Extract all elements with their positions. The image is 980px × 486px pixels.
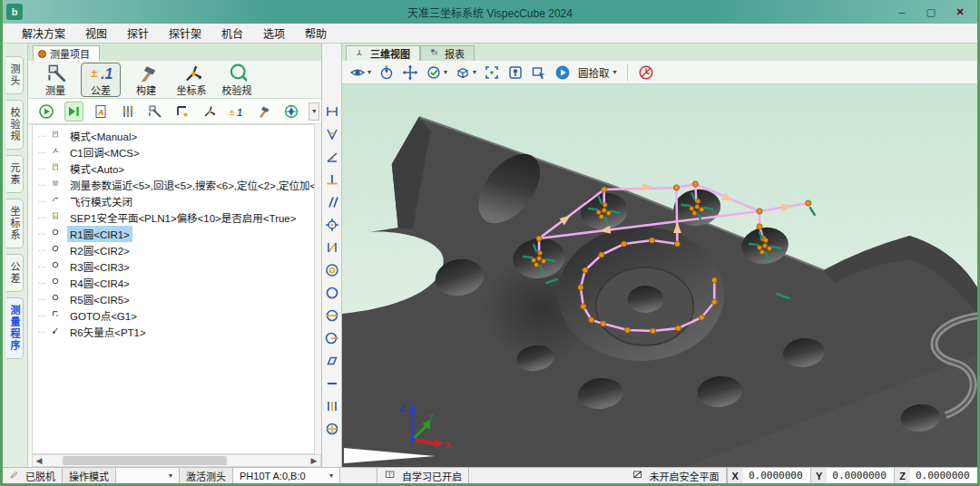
- gdt-angle-between-button[interactable]: [322, 124, 342, 144]
- gdt-concentricity-button[interactable]: [322, 260, 342, 280]
- tab-measure-project[interactable]: 测量项目: [33, 45, 100, 61]
- minimize-button[interactable]: –: [888, 3, 916, 21]
- tab-report[interactable]: 报表: [420, 45, 475, 61]
- tree-item[interactable]: ⋯R4圆<CIR4>: [38, 275, 314, 291]
- tolerance-small-button[interactable]: ±1: [228, 102, 247, 122]
- probe-compass-button[interactable]: [282, 102, 301, 122]
- gdt-straightness-button[interactable]: [322, 374, 342, 394]
- measure-params-button[interactable]: [119, 102, 138, 122]
- tree-connector: ⋯: [38, 180, 47, 190]
- tree-item[interactable]: ⋯R6矢量点<PT1>: [38, 324, 314, 340]
- gdt-angle-button[interactable]: [322, 147, 342, 167]
- tree-item[interactable]: ⋯R1圆<CIR1>: [38, 226, 314, 242]
- menu-help[interactable]: 帮助: [295, 24, 337, 43]
- gdt-symmetry-circle-button[interactable]: [322, 306, 342, 326]
- straightness-icon: [324, 375, 340, 392]
- tree-item[interactable]: ⋯测量参数逼近<5>,回退<5>,搜索<6>,定位<2>,定位加<2>,测量: [38, 177, 314, 193]
- cube-view-button[interactable]: ▾: [455, 64, 476, 81]
- tree-item[interactable]: ⋯GOTO点<G1>: [38, 307, 314, 324]
- render-style-button[interactable]: ▾: [426, 64, 447, 81]
- scroll-thumb[interactable]: [63, 456, 227, 465]
- orbit-button[interactable]: [378, 64, 395, 81]
- offline-status: 已脱机: [3, 468, 63, 483]
- active-probe-dropdown[interactable]: PH10T A:0,B:0▾: [233, 468, 340, 483]
- tree-item-label: 测量参数逼近<5>,回退<5>,搜索<6>,定位<2>,定位加<2>,测量: [67, 177, 315, 193]
- tree-vertical-scrollbar[interactable]: [315, 124, 321, 454]
- gdt-distance-button[interactable]: [322, 102, 342, 122]
- coord-z: Z0.0000000: [894, 468, 977, 483]
- plane-icon: [52, 212, 63, 223]
- view-eye-button[interactable]: ▾: [349, 64, 371, 81]
- ribbon-toolbar: 测量 ±.1 公差 构建 坐标系 校验规: [28, 61, 321, 99]
- gdt-symmetry-button[interactable]: [322, 396, 342, 416]
- side-tab-elements[interactable]: 元素: [6, 155, 24, 193]
- status-bar: 已脱机 操作模式 ▾ 激活测头 PH10T A:0,B:0▾ 自学习已开启 未开…: [3, 467, 977, 483]
- gdt-position-button[interactable]: [322, 215, 342, 235]
- symmetry-icon: [324, 398, 340, 414]
- menu-probe-rack[interactable]: 探针架: [159, 24, 211, 43]
- gdt-parallelism-button[interactable]: [322, 192, 342, 212]
- report-button[interactable]: A: [92, 102, 111, 122]
- tolerance-small-icon: ±1: [229, 103, 245, 120]
- scroll-left-arrow[interactable]: ◀: [33, 456, 45, 465]
- pan-button[interactable]: [402, 64, 418, 81]
- active-probe-label: 激活测头: [180, 468, 233, 483]
- tree-item-label: 飞行模式关闭: [67, 193, 135, 209]
- tree-item[interactable]: ⋯C1回调<MCS>: [38, 144, 314, 160]
- menu-options[interactable]: 选项: [253, 24, 295, 43]
- tree-item[interactable]: ⋯模式<Auto>: [38, 160, 314, 177]
- ribbon-construct-button[interactable]: 构建: [126, 63, 166, 97]
- tree-item[interactable]: ⋯模式<Manual>: [38, 128, 314, 144]
- gdt-position-alt-button[interactable]: [322, 419, 342, 439]
- maximize-button[interactable]: ▢: [917, 3, 945, 21]
- tree-connector: ⋯: [38, 311, 47, 320]
- step-run-button[interactable]: [64, 102, 83, 122]
- play-button[interactable]: [554, 64, 571, 81]
- gdt-flatness-button[interactable]: [322, 351, 342, 371]
- fly-icon: [52, 196, 63, 207]
- ribbon-measure-button[interactable]: 测量: [35, 63, 75, 97]
- side-tab-tolerance[interactable]: 公差: [6, 254, 24, 292]
- ribbon-tolerance-button[interactable]: ±.1 公差: [81, 63, 121, 97]
- gdt-circularity-button[interactable]: [322, 283, 342, 303]
- measure-small-button[interactable]: [146, 102, 165, 122]
- axis-label-y: Y: [429, 413, 435, 422]
- run-button[interactable]: [37, 102, 56, 122]
- fit-view-button[interactable]: [484, 64, 500, 81]
- menu-solution[interactable]: 解决方案: [12, 24, 75, 43]
- tree-item[interactable]: ⋯R5圆<CIR5>: [38, 291, 314, 307]
- coordsys-small-button[interactable]: [201, 102, 220, 122]
- tree-item[interactable]: ⋯R2圆<CIR2>: [38, 242, 314, 258]
- toolbar-overflow-button[interactable]: ▾: [309, 102, 319, 121]
- goto-button[interactable]: [173, 102, 192, 122]
- menu-probe[interactable]: 探针: [117, 24, 159, 43]
- side-tab-gauge[interactable]: 校验规: [6, 100, 24, 150]
- op-mode-dropdown[interactable]: ▾: [116, 468, 180, 483]
- tree-item-label: R3圆<CIR3>: [67, 258, 132, 275]
- ribbon-coordsys-button[interactable]: 坐标系: [172, 63, 211, 97]
- locate-button[interactable]: [507, 64, 524, 81]
- side-tab-coordsys[interactable]: 坐标系: [6, 199, 24, 248]
- close-button[interactable]: ✕: [946, 3, 974, 21]
- window-select-button[interactable]: [531, 64, 547, 81]
- svg-text:±: ±: [91, 66, 98, 80]
- tree-item[interactable]: ⋯SEP1安全平面<PLN1>偏移<10>是否启用<True>: [38, 209, 314, 226]
- ribbon-gauge-button[interactable]: 校验规: [217, 63, 257, 97]
- tree-item[interactable]: ⋯飞行模式关闭: [38, 193, 314, 209]
- scroll-right-arrow[interactable]: ▶: [308, 456, 320, 465]
- clip-plane-button[interactable]: [638, 64, 654, 81]
- side-tab-probe[interactable]: 测头: [6, 56, 24, 94]
- tab-3d-view[interactable]: 三维视图: [346, 45, 420, 61]
- menu-view[interactable]: 视图: [75, 24, 117, 43]
- gdt-angularity-button[interactable]: [322, 238, 342, 258]
- tree-horizontal-scrollbar[interactable]: ◀ ▶: [32, 454, 321, 467]
- construct-small-button[interactable]: [255, 102, 274, 122]
- menu-machine[interactable]: 机台: [211, 24, 253, 43]
- gdt-runout-button[interactable]: [322, 328, 342, 348]
- 3d-viewport[interactable]: Z Y X: [342, 84, 977, 467]
- circle-pick-dropdown[interactable]: 圆拾取 ▾: [578, 65, 617, 80]
- tree-item[interactable]: ⋯R3圆<CIR3>: [38, 258, 314, 275]
- tree-connector: ⋯: [38, 213, 47, 222]
- gdt-perpendicularity-button[interactable]: [322, 170, 342, 190]
- side-tab-measure-program[interactable]: 测量程序: [6, 297, 24, 359]
